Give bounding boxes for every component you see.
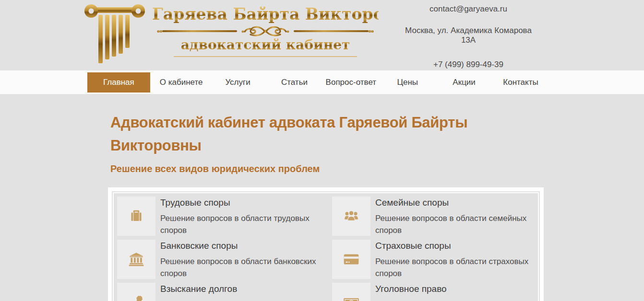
gavel-icon <box>127 293 145 301</box>
service-text: Страховые споры Решение вопросов в облас… <box>375 240 542 279</box>
bank-icon <box>127 250 145 268</box>
service-title: Семейные споры <box>375 197 542 208</box>
nav-item-home[interactable]: Главная <box>87 72 150 93</box>
service-text: Трудовые споры Решение вопросов в област… <box>160 197 327 236</box>
service-icon-tile <box>332 240 370 279</box>
service-text: Семейные споры Решение вопросов в област… <box>375 197 542 236</box>
service-description: Решение вопросов в области взыскания <box>160 299 327 301</box>
service-title: Страховые споры <box>375 241 542 251</box>
nav-item-services[interactable]: Услуги <box>210 78 266 87</box>
service-title: Банковские споры <box>160 241 327 251</box>
service-item-family-disputes[interactable]: Семейные споры Решение вопросов в област… <box>332 197 542 236</box>
credit-card-icon <box>342 250 360 268</box>
service-title: Уголовное право <box>375 284 542 294</box>
header: Гаряева Байрта Викторовна <box>0 0 644 70</box>
nav-item-promotions[interactable]: Акции <box>436 78 492 87</box>
contact-email: contact@garyaeva.ru <box>398 4 538 14</box>
services-panel: Трудовые споры Решение вопросов в област… <box>108 187 544 301</box>
briefcase-icon <box>127 207 145 225</box>
service-description: Решение вопросов в области уголовного <box>375 299 542 301</box>
service-item-criminal-law[interactable]: Уголовное право Решение вопросов в облас… <box>332 283 542 301</box>
service-description: Решение вопросов в области страховых спо… <box>375 255 542 279</box>
contact-phone: +7 (499) 899-49-39 <box>398 60 538 69</box>
main-content: Адвокатский кабинет адвоката Гаряевой Ба… <box>0 111 644 301</box>
page-title: Адвокатский кабинет адвоката Гаряевой Ба… <box>110 111 533 157</box>
service-item-banking-disputes[interactable]: Банковские споры Решение вопросов в обла… <box>117 240 327 279</box>
service-description: Решение вопросов в области семейных спор… <box>375 212 542 236</box>
column-logo-icon <box>84 2 145 65</box>
divider-end-cap-right <box>369 29 374 34</box>
logo-title: Гаряева Байрта Викторовна <box>152 6 379 23</box>
service-icon-tile <box>117 240 155 279</box>
service-item-labor-disputes[interactable]: Трудовые споры Решение вопросов в област… <box>117 197 327 236</box>
nav-item-about[interactable]: О кабинете <box>153 78 210 87</box>
nav-item-contacts[interactable]: Контакты <box>492 78 549 87</box>
flourish-ornament-icon <box>237 24 294 38</box>
service-description: Решение вопросов в области банковских сп… <box>160 255 327 279</box>
page-subtitle: Решение всех видов юридических проблем <box>110 163 644 174</box>
service-item-insurance-disputes[interactable]: Страховые споры Решение вопросов в облас… <box>332 240 542 279</box>
nav-item-questions[interactable]: Вопрос-ответ <box>322 78 379 87</box>
banknote-icon <box>342 293 360 301</box>
divider-line <box>162 30 237 32</box>
logo-underline <box>174 56 357 57</box>
logo-text-block: Гаряева Байрта Викторовна <box>152 2 379 65</box>
logo-subtitle: адвокатский кабинет <box>152 37 379 53</box>
main-navigation: Главная О кабинете Услуги Статьи Вопрос-… <box>0 70 644 94</box>
service-title: Трудовые споры <box>160 197 327 208</box>
service-description: Решение вопросов в области трудовых спор… <box>160 212 327 236</box>
service-text: Уголовное право Решение вопросов в облас… <box>375 283 542 301</box>
service-text: Банковские споры Решение вопросов в обла… <box>160 240 327 279</box>
users-icon <box>342 207 360 225</box>
service-icon-tile <box>332 283 370 301</box>
service-icon-tile <box>117 197 155 236</box>
contact-address: Москва, ул. Академика Комарова 13А <box>398 26 538 45</box>
nav-item-prices[interactable]: Цены <box>379 78 436 87</box>
site-logo[interactable]: Гаряева Байрта Викторовна <box>84 2 379 65</box>
nav-item-articles[interactable]: Статьи <box>266 78 323 87</box>
divider-line <box>294 30 369 32</box>
divider-end-cap-left <box>157 29 162 34</box>
service-icon-tile <box>332 197 370 236</box>
service-item-debt-collection[interactable]: Взыскание долгов Решение вопросов в обла… <box>117 283 327 301</box>
service-title: Взыскание долгов <box>160 284 327 294</box>
service-text: Взыскание долгов Решение вопросов в обла… <box>160 283 327 301</box>
service-icon-tile <box>117 283 155 301</box>
logo-divider <box>157 24 374 38</box>
header-contacts: contact@garyaeva.ru Москва, ул. Академик… <box>398 4 538 69</box>
